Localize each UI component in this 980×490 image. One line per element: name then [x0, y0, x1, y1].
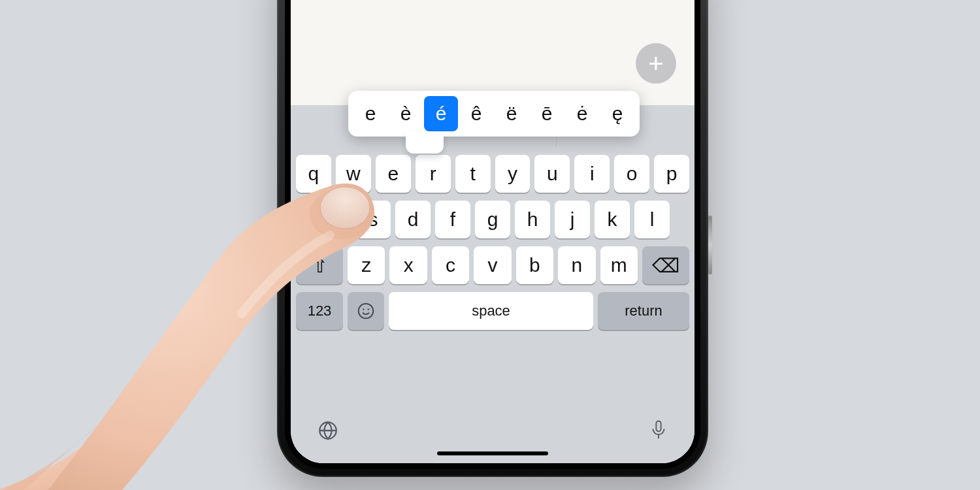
space-key[interactable]: space [389, 292, 593, 330]
accent-popup-stem [406, 131, 444, 154]
key-z[interactable]: z [348, 246, 385, 284]
keyboard-row-1: q w e r t y u i o p [295, 155, 691, 193]
backspace-key[interactable]: ⌫ [642, 246, 689, 284]
key-m[interactable]: m [600, 246, 638, 284]
key-k[interactable]: k [595, 201, 630, 238]
key-o[interactable]: o [614, 155, 649, 193]
key-u[interactable]: u [534, 155, 570, 193]
key-f[interactable]: f [435, 201, 470, 238]
shift-key[interactable]: ⇧ [296, 246, 343, 284]
emoji-icon [356, 301, 376, 321]
key-j[interactable]: j [555, 201, 590, 238]
accent-option-e-diaeresis[interactable]: ë [495, 96, 529, 131]
key-x[interactable]: x [389, 246, 427, 284]
shift-icon: ⇧ [312, 254, 328, 277]
accent-option-e-macron[interactable]: ē [530, 96, 564, 131]
key-v[interactable]: v [474, 246, 511, 284]
key-e[interactable]: e [376, 155, 411, 193]
key-g[interactable]: g [475, 201, 510, 238]
key-t[interactable]: t [455, 155, 491, 193]
accent-option-e[interactable]: e [353, 96, 387, 131]
svg-rect-4 [656, 421, 661, 431]
phone-screen: + e è é ê ë ē ė ę [291, 0, 694, 463]
key-c[interactable]: c [432, 246, 469, 284]
accent-option-e-acute[interactable]: é [424, 96, 458, 131]
plus-icon: + [648, 50, 663, 76]
ios-keyboard: q w e r t y u i o p a s d f g h [291, 105, 694, 463]
key-d[interactable]: d [395, 201, 431, 238]
svg-point-1 [363, 308, 365, 310]
accent-popup[interactable]: e è é ê ë ē ė ę [348, 91, 640, 137]
mic-icon[interactable] [649, 419, 668, 442]
key-p[interactable]: p [654, 155, 689, 193]
key-r[interactable]: r [416, 155, 451, 193]
return-key[interactable]: return [598, 292, 689, 330]
keyboard-row-3: ⇧ z x c v b n m ⌫ [295, 246, 691, 284]
accent-option-e-ogonek[interactable]: ę [600, 96, 634, 131]
phone-device-frame: + e è é ê ë ē ė ę [277, 0, 708, 477]
key-y[interactable]: y [495, 155, 531, 193]
phone-bezel: + e è é ê ë ē ė ę [285, 0, 700, 469]
key-l[interactable]: l [634, 201, 670, 238]
key-h[interactable]: h [515, 201, 550, 238]
svg-point-0 [359, 304, 374, 319]
svg-point-2 [368, 308, 370, 310]
key-a[interactable]: a [316, 201, 351, 238]
app-content-area: + [291, 0, 694, 105]
key-q[interactable]: q [296, 155, 331, 193]
globe-icon[interactable] [317, 419, 339, 442]
accent-option-e-dot[interactable]: ė [565, 96, 599, 131]
home-indicator[interactable] [437, 451, 548, 455]
key-n[interactable]: n [558, 246, 595, 284]
keyboard-row-2: a s d f g h j k l [295, 201, 691, 238]
accent-option-e-grave[interactable]: è [389, 96, 423, 131]
numbers-key[interactable]: 123 [296, 292, 343, 330]
accent-option-e-circumflex[interactable]: ê [459, 96, 493, 131]
backspace-icon: ⌫ [652, 254, 679, 277]
key-b[interactable]: b [516, 246, 553, 284]
key-i[interactable]: i [574, 155, 610, 193]
emoji-key[interactable] [348, 292, 384, 330]
add-button[interactable]: + [636, 43, 676, 84]
key-s[interactable]: s [355, 201, 391, 238]
keyboard-row-4: 123 space return [295, 292, 691, 330]
key-w[interactable]: w [336, 155, 371, 193]
